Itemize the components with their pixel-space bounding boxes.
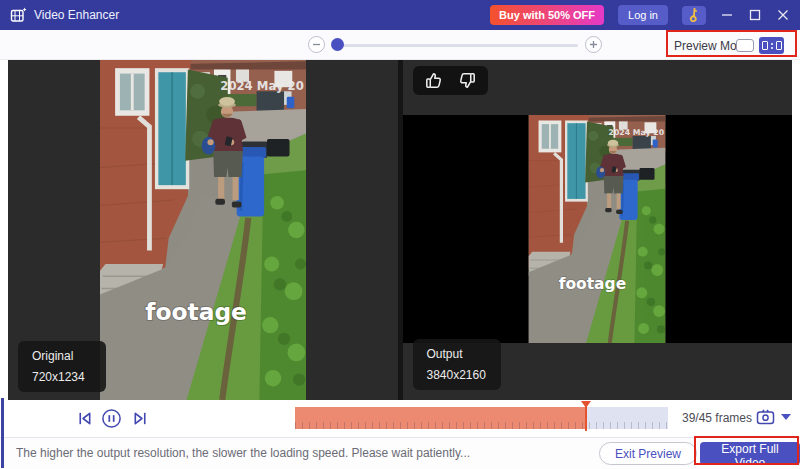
- original-preview-pane: 2024 May 20 footage Original 720x1234: [8, 60, 398, 400]
- feedback-bar: [413, 66, 488, 95]
- output-label-badge: Output 3840x2160: [413, 339, 501, 390]
- frames-counter: 39/45 frames: [682, 400, 752, 437]
- activation-key-button[interactable]: [682, 6, 706, 25]
- key-icon: [687, 8, 701, 22]
- output-resolution: 3840x2160: [427, 368, 487, 382]
- output-preview-pane: Output 3840x2160: [403, 60, 793, 400]
- app-logo-icon: [10, 7, 27, 24]
- thumbs-down-icon: [457, 70, 478, 91]
- skip-end-icon: [132, 410, 149, 427]
- original-resolution: 720x1234: [32, 370, 92, 384]
- progress-ticks: [295, 422, 668, 429]
- output-video: [529, 115, 666, 343]
- original-label: Original: [32, 349, 92, 363]
- maximize-icon[interactable]: [748, 8, 762, 22]
- playback-bar: 39/45 frames: [0, 400, 800, 437]
- skip-start-icon: [76, 410, 93, 427]
- window-edge-accent: [1, 398, 4, 468]
- previous-frame-button[interactable]: [76, 410, 93, 427]
- login-button[interactable]: Log in: [618, 5, 668, 25]
- output-label: Output: [427, 347, 487, 361]
- status-message: The higher the output resolution, the sl…: [16, 438, 470, 469]
- next-frame-button[interactable]: [132, 410, 149, 427]
- camera-icon: [756, 409, 775, 425]
- minimize-icon[interactable]: [720, 8, 734, 22]
- app-title: Video Enhancer: [34, 8, 119, 22]
- thumbs-up-icon: [423, 70, 444, 91]
- zoom-slider-handle[interactable]: [331, 38, 344, 51]
- zoom-out-button[interactable]: [308, 36, 325, 53]
- preview-toolbar: Preview Mode:: [0, 30, 800, 60]
- pause-button[interactable]: [101, 408, 122, 429]
- playhead-marker[interactable]: [580, 401, 592, 433]
- snapshot-dropdown-icon[interactable]: [781, 414, 791, 420]
- preview-area: 2024 May 20 footage Original 720x1234: [0, 60, 800, 400]
- single-view-mode-icon[interactable]: [736, 39, 754, 52]
- close-icon[interactable]: [776, 8, 790, 22]
- exit-preview-button[interactable]: Exit Preview: [599, 442, 697, 465]
- status-bar: The higher the output resolution, the sl…: [0, 437, 800, 469]
- buy-discount-button[interactable]: Buy with 50% OFF: [490, 5, 604, 25]
- thumbs-up-button[interactable]: [423, 70, 444, 91]
- snapshot-button[interactable]: [756, 409, 775, 425]
- thumbs-down-button[interactable]: [457, 70, 478, 91]
- original-video: 2024 May 20 footage: [100, 60, 306, 400]
- video-enhancer-window: Video Enhancer Buy with 50% OFF Log in: [0, 0, 800, 469]
- progress-bar[interactable]: [295, 407, 668, 429]
- export-full-video-button[interactable]: Export Full Video: [700, 442, 800, 465]
- titlebar: Video Enhancer Buy with 50% OFF Log in: [0, 0, 800, 30]
- zoom-in-button[interactable]: [585, 36, 602, 53]
- original-label-badge: Original 720x1234: [18, 341, 106, 392]
- pause-icon: [101, 408, 122, 429]
- zoom-slider-track[interactable]: [332, 44, 578, 47]
- split-view-mode-icon[interactable]: [759, 37, 784, 54]
